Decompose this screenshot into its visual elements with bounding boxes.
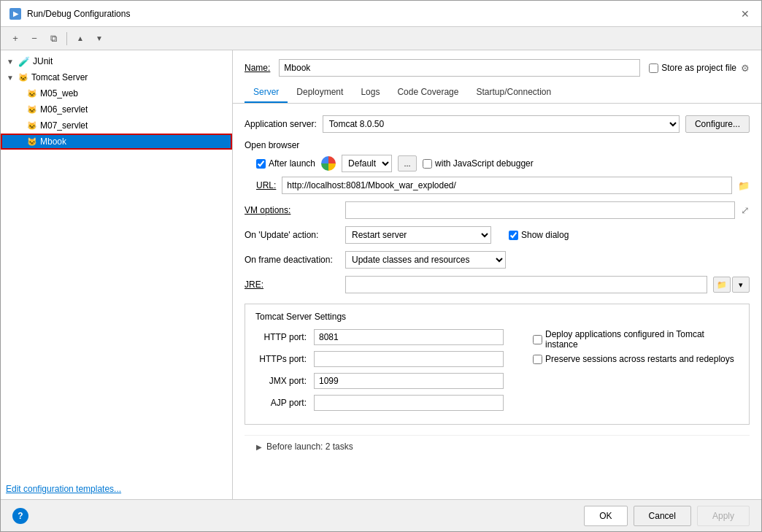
store-project-checkbox[interactable]: [649, 63, 658, 73]
preserve-sessions-checkbox[interactable]: [533, 355, 542, 364]
app-server-row: Application server: Tomcat 8.0.50 Config…: [245, 115, 750, 133]
server-tab-content: Application server: Tomcat 8.0.50 Config…: [233, 104, 761, 499]
js-debugger-checkbox[interactable]: [423, 159, 432, 169]
folder-icon[interactable]: 📁: [738, 180, 750, 191]
close-button[interactable]: ✕: [738, 7, 753, 21]
after-launch-checkbox-label[interactable]: After launch: [256, 158, 315, 169]
cancel-button[interactable]: Cancel: [634, 506, 691, 526]
tomcat-settings-title: Tomcat Server Settings: [255, 312, 739, 322]
https-port-row: HTTPs port:: [255, 351, 504, 367]
vm-options-input[interactable]: [345, 201, 735, 219]
browser-row: After launch Default ... with JavaScript…: [256, 155, 750, 172]
before-launch-arrow: ▶: [256, 443, 262, 451]
m07-icon: 🐱: [27, 121, 37, 131]
jmx-port-input[interactable]: [314, 373, 504, 389]
http-port-label: HTTP port:: [255, 332, 307, 342]
tab-logs[interactable]: Logs: [352, 82, 388, 103]
on-update-select[interactable]: Restart server: [345, 226, 491, 244]
app-server-select[interactable]: Tomcat 8.0.50: [323, 115, 680, 133]
jre-dropdown-button[interactable]: ▾: [732, 277, 750, 293]
after-launch-checkbox[interactable]: [256, 159, 266, 169]
gear-icon[interactable]: ⚙: [741, 63, 750, 74]
sidebar-item-m06-servlet[interactable]: 🐱 M06_servlet: [1, 101, 232, 117]
name-input[interactable]: [279, 59, 640, 77]
dialog-title: Run/Debug Configurations: [27, 9, 130, 19]
right-panel: Name: Store as project file ⚙ Server Dep…: [233, 50, 761, 499]
tomcat-icon: 🐱: [18, 73, 28, 82]
sidebar-item-junit-label: JUnit: [33, 56, 53, 66]
expand-icon[interactable]: ⤢: [741, 204, 750, 216]
edit-config-templates-link[interactable]: Edit configuration templates...: [1, 478, 232, 499]
copy-config-button[interactable]: ⧉: [45, 30, 62, 47]
vm-options-label: VM options:: [245, 205, 339, 215]
after-launch-label: After launch: [269, 158, 315, 169]
deploy-apps-text: Deploy applications configured in Tomcat…: [545, 329, 739, 350]
tabs-bar: Server Deployment Logs Code Coverage Sta…: [233, 82, 761, 104]
footer-right: OK Cancel Apply: [584, 506, 750, 526]
jre-folder-button[interactable]: 📁: [713, 277, 731, 293]
deploy-apps-checkbox[interactable]: [533, 335, 542, 344]
on-frame-select[interactable]: Update classes and resources: [345, 251, 506, 269]
url-row: URL: 📁: [256, 177, 750, 194]
url-input[interactable]: [282, 177, 732, 194]
toolbar-separator: [66, 32, 67, 45]
store-project-area: Store as project file ⚙: [649, 63, 750, 74]
before-launch-label: Before launch: 2 tasks: [266, 442, 353, 452]
on-frame-row: On frame deactivation: Update classes an…: [245, 251, 750, 269]
tab-deployment[interactable]: Deployment: [288, 82, 352, 103]
store-project-checkbox-label[interactable]: Store as project file: [649, 63, 736, 73]
js-debugger-label: with JavaScript debugger: [435, 158, 534, 169]
ajp-port-row: AJP port:: [255, 395, 504, 411]
ajp-port-label: AJP port:: [255, 398, 307, 408]
app-server-label: Application server:: [245, 119, 317, 129]
https-port-input[interactable]: [314, 351, 504, 367]
sidebar-item-m07-label: M07_servlet: [40, 120, 88, 131]
tab-server[interactable]: Server: [245, 82, 288, 103]
ajp-port-input[interactable]: [314, 395, 504, 411]
on-frame-label: On frame deactivation:: [245, 255, 339, 265]
sidebar-item-m05-web[interactable]: 🐱 M05_web: [1, 85, 232, 101]
chrome-icon: [321, 156, 336, 171]
move-down-button[interactable]: ▼: [91, 30, 108, 47]
sidebar-item-m07-servlet[interactable]: 🐱 M07_servlet: [1, 117, 232, 134]
store-project-label: Store as project file: [661, 63, 736, 73]
help-button[interactable]: ?: [12, 508, 28, 524]
preserve-sessions-text: Preserve sessions across restarts and re…: [545, 354, 734, 364]
jre-row: JRE: 📁 ▾: [245, 276, 750, 293]
deploy-apps-label[interactable]: Deploy applications configured in Tomcat…: [533, 329, 739, 350]
ok-button[interactable]: OK: [584, 506, 627, 526]
jre-label: JRE:: [245, 280, 339, 290]
browser-select[interactable]: Default: [342, 155, 392, 172]
apply-button[interactable]: Apply: [697, 506, 750, 526]
footer-left: ?: [12, 508, 28, 524]
add-config-button[interactable]: +: [7, 30, 24, 47]
tab-code-coverage[interactable]: Code Coverage: [388, 82, 467, 103]
sidebar-item-mbook[interactable]: 🐱 Mbook: [1, 134, 232, 150]
sidebar-item-junit[interactable]: 🧪 JUnit: [1, 53, 232, 69]
on-update-label: On 'Update' action:: [245, 230, 339, 240]
name-label: Name:: [245, 63, 270, 73]
http-port-input[interactable]: [314, 329, 504, 345]
sidebar-item-tomcat-label: Tomcat Server: [31, 72, 88, 82]
url-label: URL:: [256, 180, 276, 190]
http-port-row: HTTP port:: [255, 329, 504, 345]
title-bar: ▶ Run/Debug Configurations ✕: [1, 1, 761, 27]
configure-button[interactable]: Configure...: [685, 115, 750, 133]
junit-icon: 🧪: [18, 56, 30, 67]
show-dialog-checkbox-label[interactable]: Show dialog: [509, 230, 569, 240]
js-debugger-checkbox-label[interactable]: with JavaScript debugger: [423, 158, 534, 169]
move-up-button[interactable]: ▲: [72, 30, 89, 47]
vm-options-row: VM options: ⤢: [245, 201, 750, 219]
footer: ? OK Cancel Apply: [1, 499, 761, 531]
tomcat-checkboxes: Deploy applications configured in Tomcat…: [533, 329, 739, 417]
browser-more-button[interactable]: ...: [398, 155, 417, 171]
tab-startup-connection[interactable]: Startup/Connection: [467, 82, 560, 103]
https-port-label: HTTPs port:: [255, 354, 307, 364]
jre-input[interactable]: [345, 276, 707, 293]
show-dialog-checkbox[interactable]: [509, 231, 518, 240]
remove-config-button[interactable]: −: [26, 30, 43, 47]
before-launch-section[interactable]: ▶ Before launch: 2 tasks: [245, 435, 750, 458]
sidebar-item-mbook-label: Mbook: [40, 136, 66, 147]
sidebar-item-tomcat-server[interactable]: 🐱 Tomcat Server: [1, 69, 232, 85]
preserve-sessions-label[interactable]: Preserve sessions across restarts and re…: [533, 354, 739, 364]
